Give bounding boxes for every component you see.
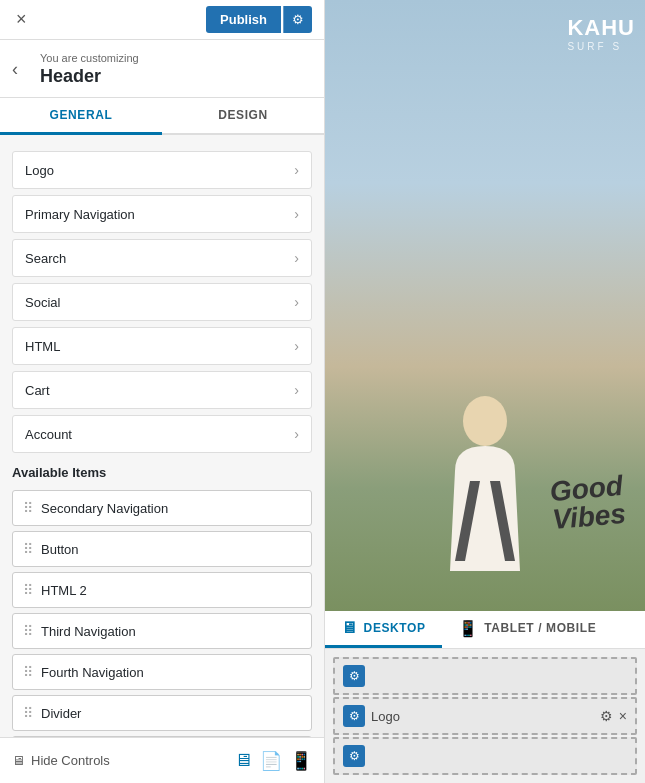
tablet-mobile-tab[interactable]: 📱 TABLET / MOBILE [442, 611, 613, 648]
good-vibes-text: GoodVibes [549, 472, 627, 534]
tabs-row: GENERAL DESIGN [0, 98, 324, 135]
widget-gear-button-0[interactable]: ⚙ [343, 665, 365, 687]
nav-item-html-arrow: › [294, 338, 299, 354]
available-item-1[interactable]: ⠿ Button [12, 531, 312, 567]
publish-button[interactable]: Publish [206, 6, 281, 33]
hide-controls-button[interactable]: 🖥 Hide Controls [12, 753, 110, 768]
nav-item-html[interactable]: HTML › [12, 327, 312, 365]
device-bar: 🖥 DESKTOP 📱 TABLET / MOBILE [325, 611, 645, 649]
nav-item-logo-label: Logo [25, 163, 54, 178]
nav-item-social[interactable]: Social › [12, 283, 312, 321]
nav-item-social-label: Social [25, 295, 60, 310]
nav-item-logo[interactable]: Logo › [12, 151, 312, 189]
available-items-title: Available Items [12, 465, 312, 480]
drag-handle-icon: ⠿ [23, 541, 33, 557]
desktop-tab-label: DESKTOP [364, 621, 426, 635]
desktop-tab-icon: 🖥 [341, 619, 358, 637]
available-item-5-label: Divider [41, 706, 81, 721]
nav-item-account-label: Account [25, 427, 72, 442]
widget-settings-button[interactable]: ⚙ [600, 708, 613, 724]
device-icons-group: 🖥 📄 📱 [234, 750, 312, 772]
available-item-2[interactable]: ⠿ HTML 2 [12, 572, 312, 608]
tablet-tab-icon: 📱 [458, 619, 479, 638]
nav-item-cart-arrow: › [294, 382, 299, 398]
publish-gear-button[interactable]: ⚙ [283, 6, 312, 33]
brand-sub: SURF S [567, 41, 635, 53]
available-item-5[interactable]: ⠿ Divider [12, 695, 312, 731]
back-button[interactable]: ‹ [12, 58, 18, 79]
widget-logo-actions: ⚙ × [600, 708, 627, 724]
desktop-device-button[interactable]: 🖥 [234, 750, 252, 771]
nav-item-logo-arrow: › [294, 162, 299, 178]
brand-name: KAHU SURF S [567, 15, 635, 53]
nav-item-account-arrow: › [294, 426, 299, 442]
customizing-title: Header [40, 66, 308, 87]
widget-logo-label: Logo [371, 709, 400, 724]
bottom-bar: 🖥 Hide Controls 🖥 📄 📱 [0, 737, 324, 783]
tablet-device-button[interactable]: 📄 [260, 750, 282, 772]
nav-item-cart[interactable]: Cart › [12, 371, 312, 409]
nav-item-search[interactable]: Search › [12, 239, 312, 277]
hide-controls-label: Hide Controls [31, 753, 110, 768]
nav-item-primary-label: Primary Navigation [25, 207, 135, 222]
available-item-1-label: Button [41, 542, 79, 557]
available-item-4[interactable]: ⠿ Fourth Navigation [12, 654, 312, 690]
drag-handle-icon: ⠿ [23, 582, 33, 598]
you-are-customizing-label: You are customizing [40, 52, 308, 64]
available-item-3[interactable]: ⠿ Third Navigation [12, 613, 312, 649]
monitor-icon: 🖥 [12, 753, 25, 768]
right-panel: KAHU SURF S GoodVibes 🖥 DESKTOP 📱 TABLET… [325, 0, 645, 783]
publish-group: Publish ⚙ [206, 6, 312, 33]
widget-close-button[interactable]: × [619, 708, 627, 724]
drag-handle-icon: ⠿ [23, 623, 33, 639]
left-panel: × Publish ⚙ ‹ You are customizing Header… [0, 0, 325, 783]
widget-gear-button-1[interactable]: ⚙ [343, 705, 365, 727]
preview-image: KAHU SURF S GoodVibes [325, 0, 645, 611]
drag-handle-icon: ⠿ [23, 500, 33, 516]
nav-item-html-label: HTML [25, 339, 60, 354]
nav-item-primary[interactable]: Primary Navigation › [12, 195, 312, 233]
widget-row-1: ⚙ Logo ⚙ × [333, 697, 637, 735]
nav-item-social-arrow: › [294, 294, 299, 310]
person-silhouette [425, 391, 545, 611]
nav-item-primary-arrow: › [294, 206, 299, 222]
bottom-widgets: ⚙ ⚙ Logo ⚙ × ⚙ [325, 649, 645, 783]
nav-item-search-label: Search [25, 251, 66, 266]
panel-content: Logo › Primary Navigation › Search › Soc… [0, 135, 324, 737]
customize-header-section: ‹ You are customizing Header [0, 40, 324, 98]
tablet-mobile-tab-label: TABLET / MOBILE [484, 621, 596, 635]
nav-item-cart-label: Cart [25, 383, 50, 398]
available-item-0-label: Secondary Navigation [41, 501, 168, 516]
available-item-3-label: Third Navigation [41, 624, 136, 639]
widget-gear-button-2[interactable]: ⚙ [343, 745, 365, 767]
tab-general[interactable]: GENERAL [0, 98, 162, 135]
desktop-tab[interactable]: 🖥 DESKTOP [325, 611, 442, 648]
mobile-device-button[interactable]: 📱 [290, 750, 312, 772]
tab-design[interactable]: DESIGN [162, 98, 324, 135]
svg-point-0 [463, 396, 507, 446]
close-button[interactable]: × [12, 5, 31, 34]
widget-row-2: ⚙ [333, 737, 637, 775]
nav-item-search-arrow: › [294, 250, 299, 266]
top-bar: × Publish ⚙ [0, 0, 324, 40]
nav-item-account[interactable]: Account › [12, 415, 312, 453]
drag-handle-icon: ⠿ [23, 664, 33, 680]
widget-row-0: ⚙ [333, 657, 637, 695]
drag-handle-icon: ⠿ [23, 705, 33, 721]
available-item-4-label: Fourth Navigation [41, 665, 144, 680]
available-item-0[interactable]: ⠿ Secondary Navigation [12, 490, 312, 526]
available-item-2-label: HTML 2 [41, 583, 87, 598]
